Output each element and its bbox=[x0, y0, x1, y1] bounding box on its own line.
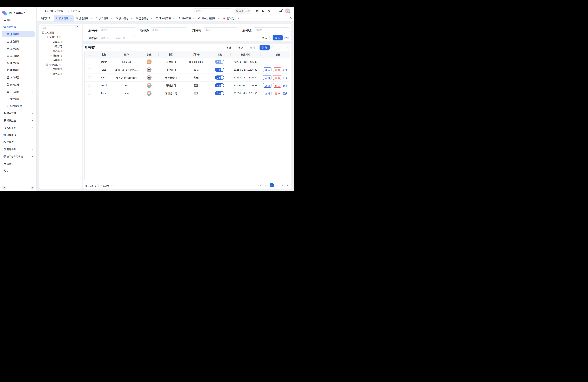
svg-text:DEV: DEV bbox=[7, 91, 9, 92]
svg-text:redis: redis bbox=[224, 19, 225, 20]
